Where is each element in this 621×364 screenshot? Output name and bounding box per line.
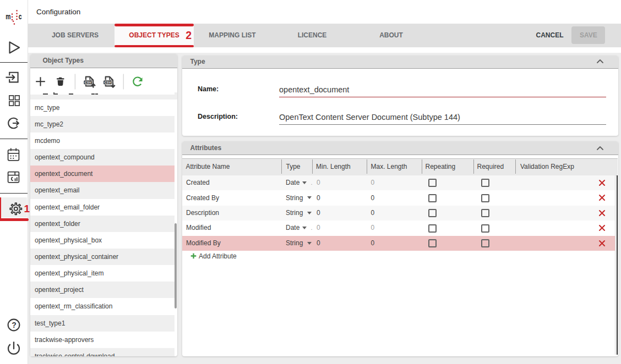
svg-text:c: c [19,12,22,21]
svg-text:CSV: CSV [104,81,111,84]
svg-text:?: ? [12,321,17,329]
svg-text:CSV: CSV [84,81,91,84]
svg-text:m: m [6,12,10,21]
